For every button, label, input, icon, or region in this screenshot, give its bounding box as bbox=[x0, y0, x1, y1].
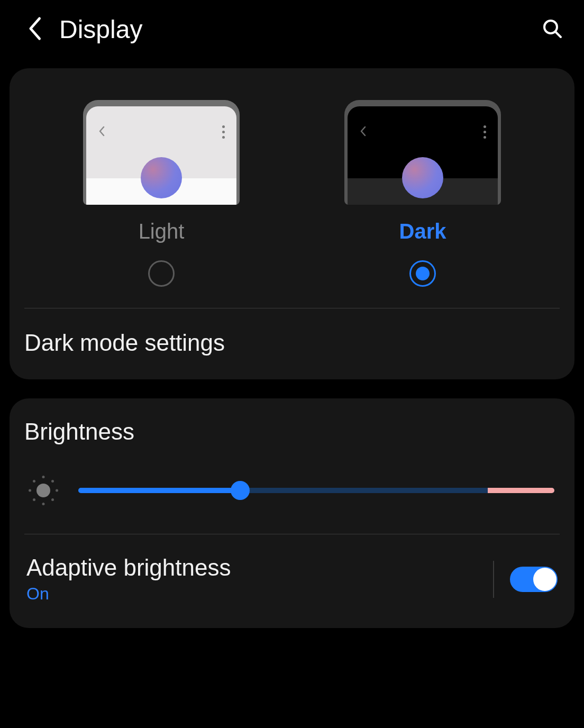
preview-back-icon bbox=[98, 125, 105, 137]
adaptive-toggle[interactable] bbox=[510, 567, 558, 592]
slider-thumb[interactable] bbox=[231, 481, 250, 500]
theme-option-light[interactable]: Light bbox=[83, 100, 240, 287]
separator-vertical bbox=[493, 561, 494, 598]
slider-warn-zone bbox=[488, 488, 554, 493]
search-icon[interactable] bbox=[542, 18, 563, 41]
preview-menu-icon bbox=[483, 125, 486, 139]
radio-light[interactable] bbox=[148, 260, 175, 287]
app-header: Display bbox=[0, 0, 584, 59]
theme-option-dark[interactable]: Dark bbox=[344, 100, 501, 287]
header-left: Display bbox=[26, 15, 142, 44]
adaptive-brightness-row[interactable]: Adaptive brightness On bbox=[24, 534, 560, 628]
brightness-title: Brightness bbox=[24, 418, 560, 445]
brightness-icon bbox=[30, 477, 57, 504]
back-icon[interactable] bbox=[26, 16, 42, 43]
adaptive-right bbox=[493, 561, 558, 598]
preview-back-icon bbox=[359, 125, 367, 137]
theme-preview-light bbox=[83, 100, 240, 205]
preview-sphere bbox=[402, 157, 443, 198]
theme-preview-dark bbox=[344, 100, 501, 205]
theme-chooser: Light Dark bbox=[10, 68, 574, 308]
adaptive-text: Adaptive brightness On bbox=[26, 554, 231, 604]
theme-label-light: Light bbox=[139, 220, 185, 243]
theme-card: Light Dark Dark mode settings bbox=[10, 68, 574, 379]
dark-mode-settings-row[interactable]: Dark mode settings bbox=[10, 308, 574, 379]
page-title: Display bbox=[59, 15, 142, 44]
slider-fill bbox=[78, 488, 240, 493]
adaptive-status: On bbox=[26, 584, 231, 604]
adaptive-title: Adaptive brightness bbox=[26, 554, 231, 581]
theme-label-dark: Dark bbox=[399, 220, 446, 243]
radio-dark[interactable] bbox=[409, 260, 436, 287]
brightness-row bbox=[24, 477, 560, 534]
toggle-knob bbox=[533, 568, 556, 591]
brightness-slider[interactable] bbox=[78, 480, 554, 501]
preview-menu-icon bbox=[222, 125, 225, 139]
preview-sphere bbox=[141, 157, 182, 198]
brightness-card: Brightness Adaptive brightness On bbox=[10, 398, 574, 628]
